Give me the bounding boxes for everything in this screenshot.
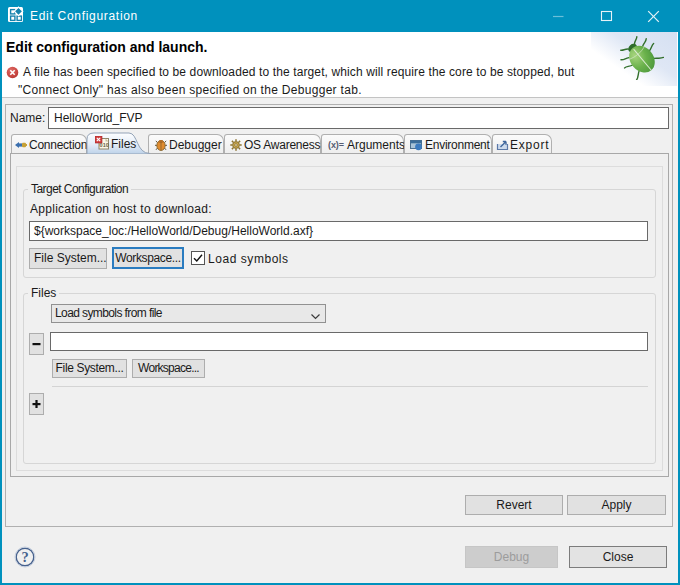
svg-text:?: ? [21,549,28,565]
svg-text:(x)=: (x)= [328,140,344,150]
